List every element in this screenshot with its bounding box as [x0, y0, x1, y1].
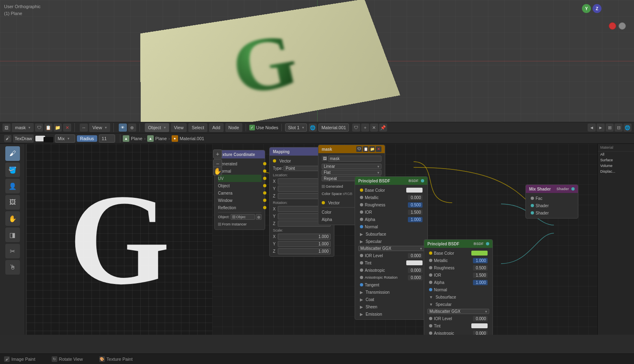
use-nodes-toggle[interactable]: ✓ Use Nodes [249, 125, 278, 130]
sock-alpha2[interactable] [429, 281, 432, 284]
val-iorlevel1[interactable]: 0.000 [408, 253, 423, 258]
sock-alpha1[interactable] [360, 218, 363, 221]
sock-fac[interactable] [531, 197, 534, 200]
socket-bsdf1-out[interactable] [421, 179, 424, 182]
node-mix-header[interactable]: Mix Shader Shader [526, 185, 578, 193]
shield-icon[interactable]: 🛡 [35, 124, 43, 132]
overlay-icon[interactable]: ⊕ [128, 124, 136, 132]
material-volume[interactable]: Volume [598, 163, 634, 169]
sock-ior1[interactable] [360, 210, 363, 214]
node-principled-bsdf-2[interactable]: Principled BSDF BSDF Base Color Metallic [424, 239, 493, 335]
canvas-zoom-controls[interactable]: + − [213, 150, 222, 168]
viewport-dot[interactable] [619, 22, 626, 30]
socket-mask-vector[interactable] [322, 201, 325, 204]
val-ior1[interactable]: 1.500 [408, 210, 423, 215]
extension-dropdown[interactable]: Flat [322, 170, 381, 175]
mask-img-icon3[interactable]: 📁 [369, 146, 375, 152]
tool-select[interactable]: ✂ [5, 244, 20, 258]
node-principled1-header[interactable]: Principled BSDF BSDF [355, 177, 427, 185]
render-dot[interactable] [609, 22, 616, 30]
node-editor[interactable]: Texture Coordinate Generated Normal UV O… [212, 144, 634, 335]
gizmo-z[interactable]: Z [593, 4, 601, 13]
sock-anisorot1[interactable] [360, 276, 363, 279]
val-roughness1[interactable]: 0.500 [408, 202, 423, 208]
tint-swatch1[interactable] [406, 260, 423, 265]
viewport-icon[interactable]: 👁 [119, 124, 127, 132]
node-menu[interactable]: Node [225, 123, 242, 132]
tool-draw[interactable]: 🖌 [5, 146, 20, 161]
socket-window[interactable] [263, 199, 266, 202]
checkbox[interactable] [218, 223, 221, 226]
val-metallic1[interactable]: 0.000 [408, 195, 423, 200]
tint-swatch2[interactable] [471, 323, 488, 328]
sock-roughness2[interactable] [429, 266, 432, 269]
val-metallic2[interactable]: 1.000 [473, 258, 488, 263]
sock-metallic2[interactable] [429, 259, 432, 262]
sock-shader1[interactable] [531, 204, 534, 207]
base-color-swatch1[interactable] [406, 188, 423, 193]
prev-icon[interactable]: ◄ [588, 124, 596, 132]
val-roughness2[interactable]: 0.500 [473, 265, 488, 271]
mask-file-name[interactable]: mask [328, 156, 381, 162]
world-icon[interactable]: 🌐 [309, 124, 317, 132]
node-principled2-header[interactable]: Principled BSDF BSDF [424, 240, 492, 248]
node-mask-header[interactable]: mask 🛡 📋 📁 ✕ [318, 145, 385, 153]
color-secondary[interactable] [44, 137, 53, 143]
next-icon[interactable]: ► [597, 124, 605, 132]
node-mix-shader[interactable]: Mix Shader Shader Fac Shader Shader [525, 184, 578, 219]
socket-mix-out[interactable] [571, 187, 575, 191]
close-icon2[interactable]: ✕ [370, 124, 378, 132]
viewport-controls[interactable] [609, 22, 626, 30]
material-all[interactable]: All [598, 152, 634, 157]
tool-erase[interactable]: 👤 [5, 179, 20, 193]
editor-type-icon[interactable]: 🖼 [2, 124, 11, 132]
tool-smear[interactable]: ✋ [5, 211, 20, 226]
transform-icon[interactable]: ↔ [80, 124, 88, 132]
socket-bsdf2-out[interactable] [486, 242, 489, 245]
blend-mode-dropdown[interactable]: Mix [55, 134, 75, 143]
split-v-icon[interactable]: ⊟ [614, 124, 623, 132]
interpolation-dropdown[interactable]: Linear [322, 164, 381, 169]
sock-tangent1[interactable] [360, 283, 363, 286]
pin-icon[interactable]: 📌 [379, 124, 387, 132]
sock-aniso1[interactable] [360, 269, 363, 272]
pan-control[interactable]: ✋ [213, 167, 222, 176]
obj-picker[interactable]: ⊕ [256, 214, 261, 220]
socket-normal[interactable] [263, 169, 266, 173]
node-tex-coord-header[interactable]: Texture Coordinate [215, 150, 265, 158]
node-principled-bsdf-1[interactable]: Principled BSDF BSDF Base Color Metallic [355, 176, 428, 320]
image-name-dropdown[interactable]: mask [12, 123, 34, 132]
tool-blur[interactable]: ◨ [5, 228, 20, 242]
val-aniso1[interactable]: 0.000 [408, 268, 423, 273]
scale-x[interactable]: 1.000 [278, 234, 331, 240]
sock-tint2[interactable] [429, 324, 432, 327]
sock-ior2[interactable] [429, 273, 432, 277]
sock-iorlevel2[interactable] [429, 317, 432, 320]
radius-btn[interactable]: Radius [77, 135, 97, 142]
hand-tool[interactable]: ✋ [213, 167, 222, 176]
sock-tint1[interactable] [360, 261, 363, 264]
zoom-in-btn[interactable]: + [213, 150, 222, 158]
material-name[interactable]: Material.001 [318, 124, 349, 132]
scale-z[interactable]: 1.000 [278, 248, 331, 254]
mask-img-icon1[interactable]: 🛡 [356, 146, 362, 152]
socket-vector-in[interactable] [273, 159, 276, 162]
viewport-gizmo[interactable]: Y Z [582, 4, 601, 13]
paint-mode-icon[interactable]: 🖌 [4, 135, 11, 142]
sock-basecolor1[interactable] [360, 188, 363, 192]
socket-generated[interactable] [263, 162, 266, 165]
tool-gradient[interactable]: 🖱 [5, 260, 20, 275]
sock-iorlevel1[interactable] [360, 254, 363, 257]
new-icon[interactable]: + [361, 124, 369, 132]
slot-dropdown[interactable]: Slot 1 [285, 124, 307, 132]
world2-icon[interactable]: 🌐 [623, 124, 632, 132]
val-alpha2[interactable]: 1.000 [473, 280, 488, 285]
socket-object[interactable] [263, 184, 266, 187]
view-menu[interactable]: View [171, 123, 187, 132]
socket-uv[interactable] [263, 177, 266, 180]
socket-camera[interactable] [263, 191, 266, 195]
mask-img-close[interactable]: ✕ [376, 146, 381, 152]
close-icon[interactable]: ✕ [63, 124, 71, 132]
sock-metallic1[interactable] [360, 196, 363, 199]
tool-fill[interactable]: 🪣 [5, 162, 20, 177]
